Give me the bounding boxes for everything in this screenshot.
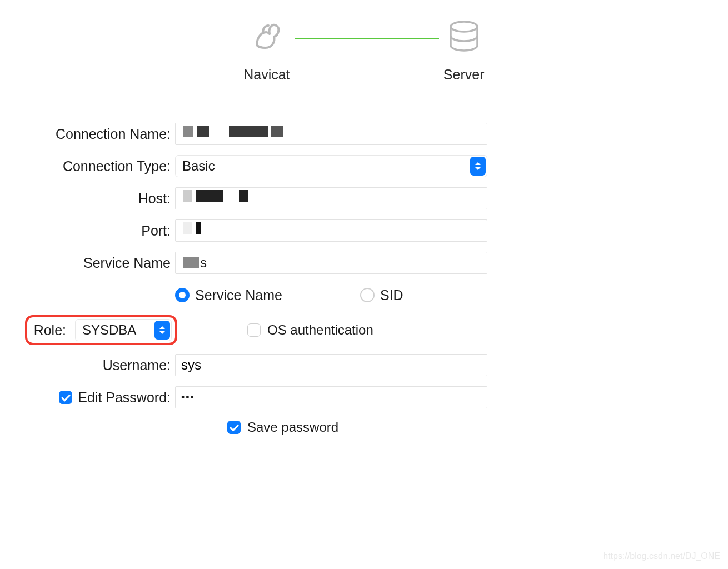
service-name-label: Service Name [47,255,175,271]
host-label: Host: [47,191,175,207]
server-header-item: Server [443,16,485,83]
checkbox-icon [247,323,261,337]
database-icon [443,16,485,57]
os-auth-label: OS authentication [267,322,373,338]
connection-name-label: Connection Name: [47,126,175,142]
port-input[interactable] [175,219,487,242]
service-sid-row: Service Name SID [47,283,542,307]
header-row: Navicat Server [0,16,728,83]
sid-radio-label: SID [380,287,403,303]
sid-radio[interactable]: SID [360,287,403,303]
connection-dialog: Navicat Server Connection Name: [0,0,728,435]
chevron-updown-icon [470,157,486,176]
svg-point-0 [451,22,477,32]
save-password-checkbox[interactable] [227,421,241,434]
host-input[interactable] [175,187,487,209]
save-password-row[interactable]: Save password [227,420,542,435]
connection-form: Connection Name: Connection Type: Basic [47,122,542,435]
service-name-radio-label: Service Name [195,287,282,303]
edit-password-checkbox[interactable] [59,391,72,404]
role-select[interactable]: SYSDBA [75,319,172,341]
service-name-row: Service Name s [47,251,542,275]
os-auth-checkbox-group[interactable]: OS authentication [247,322,373,338]
username-label: Username: [47,357,175,373]
connector-line [295,38,439,39]
navicat-header-item: Navicat [243,16,290,83]
navicat-icon [246,16,287,57]
save-password-label: Save password [247,420,338,435]
watermark: https://blog.csdn.net/DJ_ONE [603,551,720,561]
username-row: Username: [47,353,542,377]
connection-type-label: Connection Type: [47,158,175,174]
port-row: Port: [47,218,542,243]
navicat-label: Navicat [243,67,290,83]
host-row: Host: [47,186,542,211]
edit-password-label: Edit Password: [78,390,171,406]
connection-type-select[interactable]: Basic [175,155,487,177]
port-label: Port: [47,223,175,239]
connection-name-input[interactable] [175,123,487,145]
service-name-input[interactable]: s [175,252,487,274]
password-row: Edit Password: ••• [47,385,542,410]
connection-name-row: Connection Name: [47,122,542,146]
chevron-updown-icon [154,321,170,340]
radio-selected-icon [175,288,190,302]
role-row: Role: SYSDBA OS authentication [49,315,542,345]
role-label: Role: [31,322,66,338]
password-input[interactable]: ••• [175,386,487,408]
role-highlight-box: Role: SYSDBA [25,315,177,345]
role-value: SYSDBA [82,322,136,338]
password-value: ••• [181,392,195,403]
connection-type-row: Connection Type: Basic [47,154,542,178]
server-label: Server [443,67,485,83]
radio-icon [360,288,375,302]
connection-type-value: Basic [182,158,215,174]
username-input[interactable] [175,354,487,376]
service-name-radio[interactable]: Service Name [175,287,282,303]
